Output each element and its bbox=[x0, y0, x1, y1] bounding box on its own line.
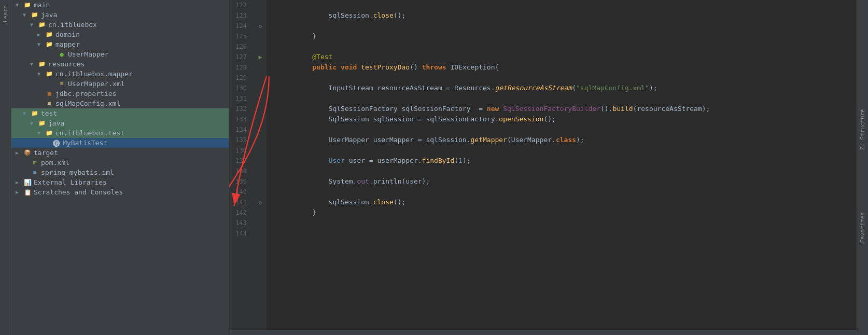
tree-arrow: ▼ bbox=[37, 41, 45, 47]
properties-icon: ▦ bbox=[45, 90, 54, 97]
code-editor[interactable]: 122 123 124 125 126 127 128 129 130 131 … bbox=[229, 0, 857, 335]
tree-label: spring-mybatis.iml bbox=[41, 169, 114, 176]
tree-label: java bbox=[41, 11, 57, 19]
tree-item-resources[interactable]: ▼ 📁 resources bbox=[11, 59, 229, 69]
gutter-138 bbox=[254, 166, 267, 176]
tree-item-mapper[interactable]: ▼ 📁 mapper bbox=[11, 39, 229, 49]
tree-arrow: ▼ bbox=[16, 2, 23, 8]
code-line-136: User user = userMapper.findById(1); bbox=[272, 145, 857, 156]
gutter-123 bbox=[254, 10, 267, 21]
line-num-140: 140 bbox=[229, 187, 250, 197]
tree-item-java1[interactable]: ▼ 📁 java bbox=[11, 10, 229, 20]
line-num-132: 132 bbox=[229, 104, 250, 114]
tree-label: Scratches and Consoles bbox=[34, 188, 123, 196]
gutter-139 bbox=[254, 176, 267, 187]
line-num-122: 122 bbox=[229, 0, 250, 10]
tree-item-domain[interactable]: ▶ 📁 domain bbox=[11, 30, 229, 39]
gutter-133 bbox=[254, 114, 267, 124]
code-line-129: InputStream resourceAsStream = Resources… bbox=[272, 73, 857, 83]
gutter: ◇ ▶ ◇ bbox=[254, 0, 267, 330]
tree-item-sqlmapconfig[interactable]: ≡ sqlMapConfig.xml bbox=[11, 99, 229, 108]
line-num-139: 139 bbox=[229, 176, 250, 187]
tree-item-cn-itbluebox[interactable]: ▼ 📁 cn.itbluebox bbox=[11, 20, 229, 30]
tree-label: java bbox=[48, 119, 64, 127]
gutter-132 bbox=[254, 104, 267, 114]
gutter-131 bbox=[254, 93, 267, 104]
tree-label: test bbox=[41, 109, 57, 117]
code-line-131: SqlSessionFactory sqlSessionFactory = ne… bbox=[272, 93, 857, 104]
test-class-icon: 🅒 bbox=[52, 139, 61, 147]
tree-arrow: ▶ bbox=[16, 189, 23, 195]
gutter-140 bbox=[254, 187, 267, 197]
tree-item-usermapper[interactable]: ● UserMapper bbox=[11, 49, 229, 59]
code-line-126: @Test bbox=[272, 41, 857, 52]
xml-icon: ≡ bbox=[45, 100, 54, 107]
horizontal-scrollbar[interactable] bbox=[229, 330, 857, 335]
structure-tab[interactable]: Z: Structure bbox=[858, 104, 867, 155]
learn-tab[interactable]: Learn bbox=[1, 0, 10, 27]
gutter-126 bbox=[254, 41, 267, 52]
folder-icon: 📁 bbox=[45, 31, 54, 38]
code-line-143 bbox=[272, 218, 857, 228]
code-line-140: sqlSession.close(); bbox=[272, 187, 857, 197]
code-area[interactable]: sqlSession.close(); } @Test public void … bbox=[267, 0, 857, 330]
folder-icon: 📁 bbox=[30, 110, 39, 117]
gutter-127: ▶ bbox=[254, 52, 267, 62]
tree-item-usermapper-xml[interactable]: ≡ UserMapper.xml bbox=[11, 79, 229, 89]
line-num-133: 133 bbox=[229, 114, 250, 124]
code-line-144 bbox=[272, 228, 857, 239]
tree-label: cn.itbluebox.mapper bbox=[55, 70, 133, 78]
scratch-icon: 📋 bbox=[23, 189, 32, 196]
line-num-143: 143 bbox=[229, 218, 250, 228]
tree-item-iml[interactable]: ≡ spring-mybatis.iml bbox=[11, 168, 229, 177]
tree-item-cn-itbluebox-mapper[interactable]: ▼ 📁 cn.itbluebox.mapper bbox=[11, 69, 229, 79]
tree-arrow: ▼ bbox=[30, 120, 37, 126]
folder-icon: 📁 bbox=[45, 41, 54, 48]
tree-item-pom[interactable]: m pom.xml bbox=[11, 158, 229, 168]
line-num-128: 128 bbox=[229, 62, 250, 73]
usermapper-icon: ● bbox=[57, 51, 66, 58]
gutter-143 bbox=[254, 218, 267, 228]
line-num-135: 135 bbox=[229, 135, 250, 145]
target-icon: 📦 bbox=[23, 149, 32, 157]
tree-arrow: ▼ bbox=[30, 22, 37, 27]
line-num-137: 137 bbox=[229, 156, 250, 166]
gutter-122 bbox=[254, 0, 267, 10]
tree-item-external-libraries[interactable]: ▶ 📊 External Libraries bbox=[11, 177, 229, 187]
tree-item-scratches-consoles[interactable]: ▶ 📋 Scratches and Consoles bbox=[11, 187, 229, 197]
tree-label: UserMapper bbox=[68, 50, 108, 58]
tree-label: domain bbox=[55, 31, 80, 38]
tree-item-main[interactable]: ▼ 📁 main bbox=[11, 0, 229, 10]
tree-label: sqlMapConfig.xml bbox=[55, 100, 120, 107]
right-side-tabs: Z: Structure Favorites bbox=[857, 0, 868, 335]
folder-icon: 📁 bbox=[37, 21, 47, 29]
tree-arrow: ▼ bbox=[37, 71, 45, 77]
tree-label: cn.itbluebox bbox=[48, 21, 97, 29]
tree-label: External Libraries bbox=[34, 178, 107, 186]
file-tree-panel: ▼ 📁 main ▼ 📁 java ▼ 📁 cn.itbluebox ▶ 📁 d… bbox=[11, 0, 229, 335]
line-num-125: 125 bbox=[229, 31, 250, 41]
line-num-144: 144 bbox=[229, 228, 250, 239]
folder-icon: 📁 bbox=[37, 61, 47, 68]
line-num-126: 126 bbox=[229, 41, 250, 52]
tree-item-target[interactable]: ▶ 📦 target bbox=[11, 148, 229, 158]
editor-wrapper: 122 123 124 125 126 127 128 129 130 131 … bbox=[229, 0, 857, 335]
library-icon: 📊 bbox=[23, 179, 32, 186]
tree-item-test[interactable]: ▼ 📁 test bbox=[11, 108, 229, 118]
line-num-136: 136 bbox=[229, 145, 250, 156]
favorites-tab[interactable]: Favorites bbox=[858, 207, 867, 248]
tree-arrow: ▼ bbox=[23, 110, 30, 116]
line-num-142: 142 bbox=[229, 207, 250, 218]
xml-icon: ≡ bbox=[57, 80, 66, 88]
gutter-137 bbox=[254, 156, 267, 166]
tree-item-cn-itbluebox-test[interactable]: ▼ 📁 cn.itbluebox.test bbox=[11, 128, 229, 138]
editor-content: 122 123 124 125 126 127 128 129 130 131 … bbox=[229, 0, 857, 330]
folder-icon: 📁 bbox=[23, 2, 32, 9]
tree-item-jdbc-properties[interactable]: ▦ jdbc.properties bbox=[11, 89, 229, 99]
code-line-125 bbox=[272, 31, 857, 41]
tree-item-java2[interactable]: ▼ 📁 java bbox=[11, 118, 229, 128]
code-line-138: System.out.println(user); bbox=[272, 166, 857, 176]
tree-item-mybatistest[interactable]: 🅒 MyBatisTest bbox=[11, 138, 229, 148]
line-num-138: 138 bbox=[229, 166, 250, 176]
pom-icon: m bbox=[30, 159, 39, 166]
